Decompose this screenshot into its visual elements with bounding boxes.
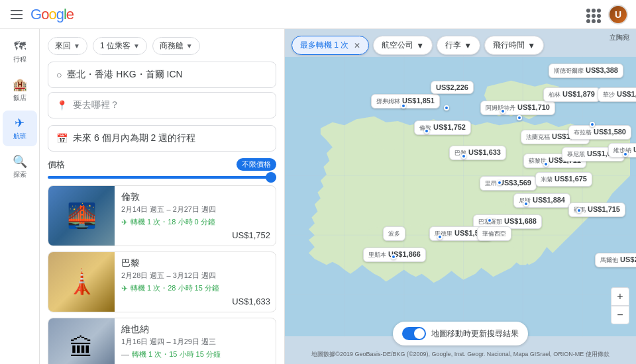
date-row[interactable]: 📅 未來 6 個月內為期 2 週的行程 <box>48 125 276 152</box>
map-dot-5 <box>497 180 502 185</box>
map-label-warsaw[interactable]: 華沙 US$1,710 <box>598 87 636 102</box>
map-label-vienna[interactable]: 維也納 US$1,880 <box>608 143 636 158</box>
hotels-icon: 🏨 <box>13 77 27 92</box>
map-dot-1 <box>444 105 449 111</box>
cabin-class-button[interactable]: 商務艙 ▼ <box>152 37 200 55</box>
map-label-london[interactable]: 倫敦 US$1,752 <box>414 120 471 135</box>
map-dot-dunfermline <box>401 103 406 109</box>
apps-icon[interactable] <box>584 7 600 23</box>
date-text: 未來 6 個月內為期 2 週的行程 <box>73 132 195 144</box>
sidebar-item-hotels-label: 飯店 <box>13 93 26 103</box>
side-nav: 🗺 行程 🏨 飯店 ✈ 航班 🔍 探索 <box>0 29 40 364</box>
map-toggle-label: 地圖移動時更新搜尋結果 <box>431 328 519 340</box>
price-label-text: 價格 <box>48 159 65 171</box>
filter-duration-label: 飛行時間 <box>493 40 525 51</box>
price-slider-fill <box>48 176 276 179</box>
vienna-stops: — 轉機 1 次・15 小時 15 分鐘 <box>121 349 270 359</box>
map-dot-10 <box>576 208 582 213</box>
filter-stops-label: 最多轉機 1 次 <box>300 40 348 51</box>
map-zoom-controls: + − <box>611 287 629 324</box>
london-dates: 2月14日 週五 – 2月27日 週四 <box>121 205 270 214</box>
map-toggle-switch[interactable] <box>402 327 426 340</box>
search-panel: 來回 ▼ 1 位乘客 ▼ 商務艙 ▼ ○ 臺北・香港 HKG・首爾 ICN 📍 … <box>40 29 285 364</box>
sidebar-item-explore-label: 探索 <box>13 170 26 179</box>
sidebar-item-explore[interactable]: 🔍 探索 <box>3 149 37 185</box>
paris-price: US$1,633 <box>121 296 270 306</box>
paris-image: 🗼 <box>48 252 115 312</box>
sidebar-item-flights-label: 航班 <box>13 132 26 141</box>
price-badge: 不限價格 <box>237 158 276 171</box>
vienna-image: 🏛 <box>48 318 115 364</box>
filter-stops-close[interactable]: ✕ <box>354 41 360 50</box>
map-label-nice[interactable]: 尼斯 US$1,884 <box>513 193 570 208</box>
flights-icon: ✈ <box>15 116 25 130</box>
sidebar-item-hotels[interactable]: 🏨 飯店 <box>3 72 37 108</box>
map-area[interactable]: 立陶宛 最多轉機 1 次 ✕ 航空公司 ▼ 行李 ▼ 飛行時間 ▼ 鄧弗姆林 <box>285 29 636 364</box>
user-avatar[interactable]: U <box>608 5 628 24</box>
price-slider-track[interactable] <box>48 176 276 179</box>
calendar-icon: 📅 <box>56 133 68 144</box>
trip-type-button[interactable]: 來回 ▼ <box>48 37 87 55</box>
passengers-button[interactable]: 1 位乘客 ▼ <box>93 37 147 55</box>
filter-airline-label: 航空公司 <box>382 40 413 51</box>
map-attribution: 地圖數據©2019 GeoBasis-DE/BKG (©2009), Googl… <box>285 350 636 359</box>
map-toggle[interactable]: 地圖移動時更新搜尋結果 <box>393 322 528 345</box>
map-label-amsterdam[interactable]: 阿姆斯特丹 US$1,710 <box>480 101 555 115</box>
price-slider-thumb[interactable] <box>266 172 276 183</box>
top-bar: Google U <box>0 0 636 29</box>
london-image: 🌉 <box>48 186 115 246</box>
map-label-milan[interactable]: 米蘭 US$1,675 <box>535 172 592 187</box>
map-label-stockholm[interactable]: 斯德哥爾摩 US$3,388 <box>549 64 623 78</box>
map-label-porto[interactable]: 波多 <box>383 226 405 241</box>
map-dot-3 <box>590 122 595 127</box>
flight-card-paris[interactable]: 🗼 巴黎 2月28日 週五 – 3月12日 週四 ✈ 轉機 1 次・28 小時 … <box>48 251 276 312</box>
origin-text: 臺北・香港 HKG・首爾 ICN <box>67 69 268 81</box>
destination-icon: 📍 <box>56 100 68 111</box>
flight-card-vienna[interactable]: 🏛 維也納 1月16日 週四 – 1月29日 週三 — 轉機 1 次・15 小時… <box>48 318 276 364</box>
map-dot-4 <box>543 161 549 167</box>
map-toggle-knob <box>414 328 425 339</box>
explore-icon: 🔍 <box>13 154 27 169</box>
map-filters: 最多轉機 1 次 ✕ 航空公司 ▼ 行李 ▼ 飛行時間 ▼ <box>292 36 629 55</box>
map-label-berlin[interactable]: 柏林 US$1,879 <box>543 87 600 102</box>
map-dot-paris <box>461 154 466 159</box>
paris-card-content: 巴黎 2月28日 週五 – 3月12日 週四 ✈ 轉機 1 次・28 小時 15… <box>121 252 276 312</box>
top-bar-right: U <box>584 5 628 24</box>
map-dot-london <box>424 128 429 134</box>
london-card-content: 倫敦 2月14日 週五 – 2月27日 週四 ✈ 轉機 1 次・18 小時 0 … <box>121 186 276 246</box>
hamburger-menu[interactable] <box>8 7 25 22</box>
map-dot-6 <box>523 201 529 206</box>
map-label-lyon[interactable]: 里昂 US$3,569 <box>480 176 537 191</box>
map-label-paris[interactable]: 巴黎 US$1,633 <box>449 146 506 160</box>
map-dot-2 <box>517 115 522 120</box>
trip-type-arrow: ▼ <box>74 42 80 50</box>
map-dot-7 <box>487 218 492 223</box>
filter-stops[interactable]: 最多轉機 1 次 ✕ <box>292 36 369 55</box>
destination-input-row[interactable]: 📍 要去哪裡？ <box>48 92 276 118</box>
map-label-price1[interactable]: US$2,226 <box>431 81 474 94</box>
top-bar-left: Google <box>8 6 74 23</box>
zoom-out-button[interactable]: − <box>611 306 629 324</box>
flight-cards: 🌉 倫敦 2月14日 週五 – 2月27日 週四 ✈ 轉機 1 次・18 小時 … <box>48 185 276 364</box>
filter-airline[interactable]: 航空公司 ▼ <box>373 36 433 55</box>
map-dot-amsterdam <box>500 109 505 114</box>
zoom-in-button[interactable]: + <box>611 287 629 306</box>
main-layout: 🗺 行程 🏨 飯店 ✈ 航班 🔍 探索 來回 ▼ 1 位乘客 ▼ <box>0 29 636 364</box>
filter-duration[interactable]: 飛行時間 ▼ <box>484 36 544 55</box>
map-dot-8 <box>437 234 443 240</box>
passengers-arrow: ▼ <box>133 42 140 50</box>
filter-luggage[interactable]: 行李 ▼ <box>437 36 480 55</box>
paris-city: 巴黎 <box>121 257 270 269</box>
vienna-city: 維也納 <box>121 324 270 336</box>
sidebar-item-trips[interactable]: 🗺 行程 <box>3 34 37 69</box>
paris-dates: 2月28日 週五 – 3月12日 週四 <box>121 271 270 281</box>
sidebar-item-trips-label: 行程 <box>13 55 26 64</box>
vienna-dates: 1月16日 週四 – 1月29日 週三 <box>121 337 270 347</box>
origin-input-row[interactable]: ○ 臺北・香港 HKG・首爾 ICN <box>48 62 276 88</box>
map-label-malta[interactable]: 馬爾他 US$2,353 <box>595 253 636 267</box>
sidebar-item-flights[interactable]: ✈ 航班 <box>3 111 37 146</box>
map-label-valencia[interactable]: 華倫西亞 <box>477 226 511 241</box>
trips-icon: 🗺 <box>14 40 26 54</box>
flight-card-london[interactable]: 🌉 倫敦 2月14日 週五 – 2月27日 週四 ✈ 轉機 1 次・18 小時 … <box>48 185 276 246</box>
map-label-prague[interactable]: 布拉格 US$1,580 <box>568 125 631 140</box>
